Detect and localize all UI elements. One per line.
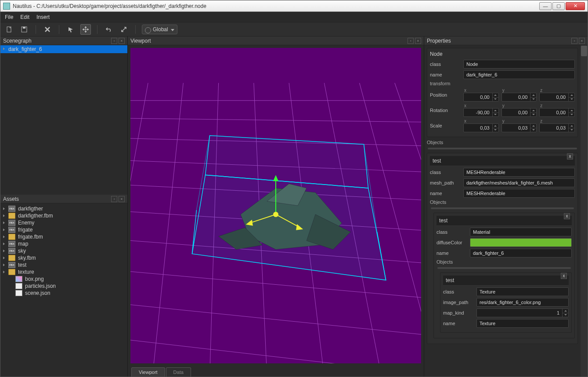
material-name-field[interactable]: dark_fighter_6 — [470, 249, 572, 257]
asset-item[interactable]: sky.fbm — [0, 254, 127, 261]
assets-tree[interactable]: FBXdarkfigtherdarkfigther.fbmFBXEnemyFBX… — [0, 203, 127, 377]
panel-close-icon[interactable]: × — [119, 196, 125, 202]
window-minimize-button[interactable]: — — [539, 2, 552, 10]
mesh-name-field[interactable]: MESHRenderable — [463, 189, 575, 198]
material-objects-label: Objects — [436, 259, 572, 265]
texture-class-field[interactable]: Texture — [476, 287, 569, 296]
position-z-field[interactable]: 0,00 — [539, 93, 575, 102]
asset-item[interactable]: particles.json — [0, 283, 127, 290]
asset-item[interactable]: texture — [0, 268, 127, 276]
position-x-field[interactable]: 0,00 — [463, 93, 499, 102]
viewport-3d[interactable] — [130, 48, 421, 363]
spinner-icon[interactable] — [492, 109, 498, 116]
delete-button[interactable] — [42, 24, 53, 35]
coordinate-space-dropdown[interactable]: Global — [142, 25, 177, 34]
spinner-icon[interactable] — [568, 93, 574, 101]
toolbar-separator — [97, 25, 97, 34]
spinner-icon[interactable] — [530, 124, 536, 132]
menu-edit[interactable]: Edit — [20, 14, 29, 20]
rotation-x-field[interactable]: -90,00 — [463, 108, 499, 117]
panel-close-icon[interactable]: × — [119, 38, 125, 44]
scale-y-field[interactable]: 0,03 — [501, 123, 537, 132]
folder-icon — [8, 213, 15, 219]
texture-name-field[interactable]: Texture — [476, 319, 569, 328]
scenegraph-title: Scenegraph — [3, 38, 32, 44]
map-kind-field[interactable]: 1 — [476, 308, 569, 317]
spinner-icon[interactable] — [530, 109, 536, 116]
app-icon — [3, 3, 10, 10]
tab-viewport[interactable]: Viewport — [131, 367, 165, 377]
menu-file[interactable]: File — [5, 14, 13, 20]
remove-material-button[interactable]: x — [564, 213, 570, 219]
save-button[interactable] — [19, 24, 29, 35]
mesh-class-field[interactable]: MESHRenderable — [463, 168, 575, 177]
node-class-field[interactable]: Node — [463, 60, 575, 69]
asset-item[interactable]: darkfigther.fbm — [0, 212, 127, 219]
remove-texture-button[interactable]: x — [561, 273, 567, 279]
objects-slider[interactable] — [428, 148, 577, 149]
scale-z-field[interactable]: 0,03 — [539, 123, 575, 132]
mesh-objects-slider[interactable] — [431, 207, 574, 209]
panel-float-icon[interactable]: ▫ — [111, 196, 117, 202]
asset-item[interactable]: FBXmap — [0, 240, 127, 247]
test-bar: test x — [443, 276, 569, 286]
tab-data[interactable]: Data — [166, 367, 191, 377]
properties-scrollbar[interactable] — [581, 45, 588, 377]
spinner-icon[interactable] — [492, 124, 498, 132]
material-objects-slider[interactable] — [437, 267, 571, 269]
asset-item[interactable]: FBXdarkfigther — [0, 205, 127, 212]
asset-item[interactable]: box.png — [0, 276, 127, 283]
diffuse-color-swatch[interactable] — [470, 238, 572, 247]
properties-body: Node class Node name dark_fighter_6 tran… — [424, 45, 588, 377]
select-tool-button[interactable] — [65, 24, 76, 35]
rotation-z-field[interactable]: 0,00 — [539, 108, 575, 117]
panel-float-icon[interactable]: ▫ — [111, 38, 117, 44]
new-file-button[interactable] — [4, 24, 14, 35]
spinner-icon[interactable] — [492, 93, 498, 101]
mesh-class-label: class — [430, 170, 461, 175]
asset-item[interactable]: FBXsky — [0, 247, 127, 254]
axis-label: z — [539, 119, 575, 123]
panel-float-icon[interactable]: ▫ — [571, 38, 577, 44]
spinner-icon[interactable] — [568, 124, 574, 132]
fbx-icon: FBX — [8, 262, 15, 268]
toolbar-separator — [135, 25, 136, 34]
panel-float-icon[interactable]: ▫ — [408, 38, 414, 44]
remove-object-button[interactable]: x — [567, 153, 573, 160]
folder-icon — [8, 234, 15, 240]
asset-item[interactable]: FBXtest — [0, 261, 127, 268]
window-maximize-button[interactable]: ▢ — [552, 2, 565, 10]
titlebar: Nautilus - C:/Users/utku/Desktop/game/pr… — [0, 0, 588, 12]
menu-insert[interactable]: Insert — [36, 14, 50, 20]
asset-item-label: sky.fbm — [18, 255, 36, 261]
asset-item[interactable]: scene.json — [0, 290, 127, 297]
axis-label: y — [501, 88, 537, 93]
test-label: test — [433, 158, 441, 164]
panel-close-icon[interactable]: × — [579, 38, 585, 44]
move-tool-button[interactable] — [80, 24, 91, 35]
undo-button[interactable] — [104, 24, 114, 35]
asset-item-label: Enemy — [18, 220, 34, 226]
asset-item[interactable]: frigate.fbm — [0, 233, 127, 240]
scenegraph-item-dark-fighter[interactable]: dark_fighter_6 — [0, 45, 127, 53]
node-name-label: name — [430, 72, 461, 77]
scenegraph-tree[interactable]: dark_fighter_6 — [0, 45, 127, 195]
node-name-field[interactable]: dark_fighter_6 — [463, 70, 575, 79]
scale-tool-button[interactable] — [119, 24, 129, 35]
diffuse-color-label: diffuseColor — [436, 240, 467, 245]
spinner-icon[interactable] — [530, 93, 536, 101]
assets-header: Assets ▫ × — [0, 195, 127, 203]
spinner-icon[interactable] — [568, 109, 574, 116]
rotation-y-field[interactable]: 0,00 — [501, 108, 537, 117]
window-close-button[interactable]: ✕ — [566, 2, 585, 10]
panel-close-icon[interactable]: × — [415, 38, 421, 44]
node-section-title: Node — [430, 51, 575, 57]
asset-item[interactable]: FBXEnemy — [0, 219, 127, 226]
asset-item[interactable]: FBXfrigate — [0, 226, 127, 233]
image-path-field[interactable]: res/dark_fighter_6_color.png — [476, 298, 569, 307]
position-y-field[interactable]: 0,00 — [501, 93, 537, 102]
mesh-path-field[interactable]: darkfigther/meshes/dark_fighter_6.mesh — [463, 178, 575, 187]
scale-x-field[interactable]: 0,03 — [463, 123, 499, 132]
texture-section: test x class Texture image_path res/dark… — [440, 272, 572, 333]
material-class-field[interactable]: Material — [470, 228, 572, 236]
